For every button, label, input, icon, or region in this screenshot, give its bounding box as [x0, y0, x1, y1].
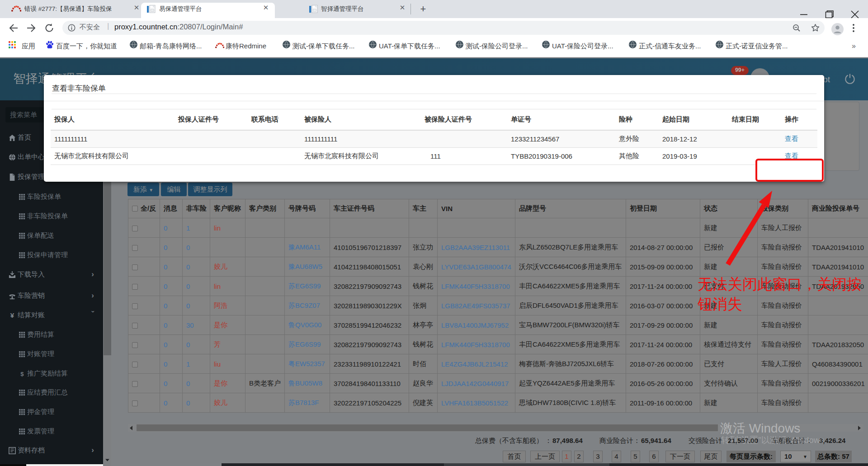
svg-text:¥: ¥: [10, 312, 14, 319]
svg-text:$: $: [20, 371, 24, 377]
